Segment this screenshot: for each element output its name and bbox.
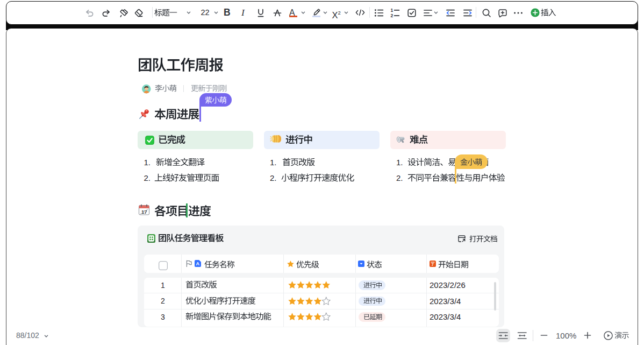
svg-text:A: A [196,261,200,266]
svg-text:2: 2 [390,13,393,18]
svg-text:7: 7 [431,262,433,267]
svg-text:1: 1 [390,8,393,13]
